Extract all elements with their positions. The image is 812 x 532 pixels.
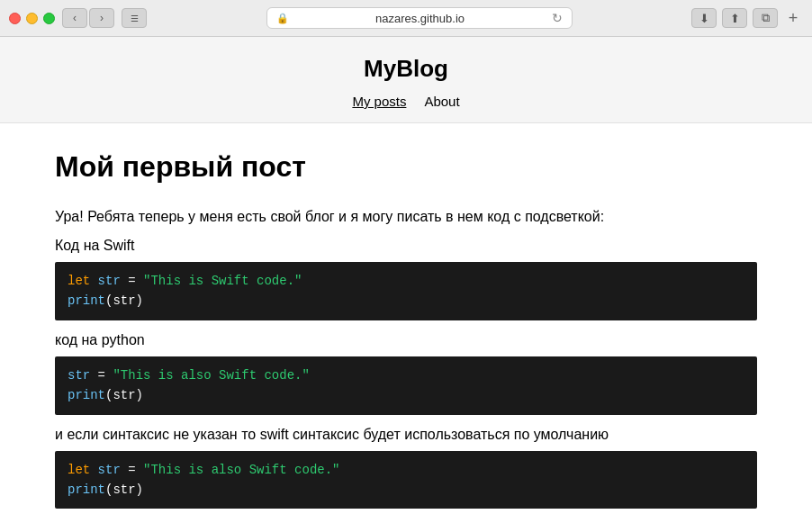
traffic-lights	[9, 13, 55, 24]
code-line-3: str = "This is also Swift code."	[68, 365, 744, 385]
window-button[interactable]: ⧉	[753, 8, 778, 28]
forward-button[interactable]: ›	[89, 8, 114, 28]
code-line-1: let str = "This is Swift code."	[68, 271, 744, 291]
section-label-default: и если синтаксис не указан то swift синт…	[55, 424, 757, 446]
toolbar-right: ⬇ ⬆ ⧉ +	[691, 8, 803, 28]
site-header: MyBlog My posts About	[0, 37, 812, 123]
code-block-python: str = "This is also Swift code." print(s…	[55, 356, 757, 415]
string-val-2: "This is also Swift code."	[113, 368, 309, 383]
share-icon: ⬆	[730, 12, 740, 25]
func-print-2: print	[68, 388, 105, 402]
nav-link-about[interactable]: About	[424, 94, 459, 109]
post-intro: Ура! Ребята теперь у меня есть свой блог…	[55, 206, 757, 228]
nav-link-my-posts[interactable]: My posts	[352, 94, 406, 109]
window-icon: ⧉	[762, 11, 770, 25]
add-tab-button[interactable]: +	[783, 8, 803, 28]
code-block-swift: let str = "This is Swift code." print(st…	[55, 262, 757, 320]
browser-titlebar: ‹ › ☰ 🔒 nazares.github.io ↻ ⬇ ⬆	[0, 0, 812, 36]
url-text: nazares.github.io	[294, 12, 546, 25]
reader-view-button[interactable]: ☰	[122, 8, 147, 28]
nav-buttons: ‹ ›	[62, 8, 114, 28]
keyword-let: let	[68, 274, 98, 288]
code-block-default: let str = "This is also Swift code." pri…	[55, 451, 757, 509]
download-button[interactable]: ⬇	[691, 8, 717, 28]
site-nav: My posts About	[0, 94, 812, 109]
var-str-3: str	[98, 463, 121, 477]
string-val-3: "This is also Swift code."	[143, 463, 339, 477]
minimize-button[interactable]	[26, 13, 38, 24]
section-label-python: код на python	[55, 329, 757, 351]
back-button[interactable]: ‹	[62, 8, 87, 28]
code-line-4: print(str)	[68, 385, 744, 405]
keyword-let-2: let	[68, 463, 98, 477]
close-button[interactable]	[9, 13, 21, 24]
code-line-6: print(str)	[68, 480, 744, 500]
share-button[interactable]: ⬆	[722, 8, 747, 28]
maximize-button[interactable]	[43, 13, 55, 24]
main-content: Мой первый пост Ура! Ребята теперь у мен…	[19, 123, 793, 532]
code-line-5: let str = "This is also Swift code."	[68, 460, 744, 480]
code-line-2: print(str)	[68, 291, 744, 311]
post-title: Мой первый пост	[55, 150, 757, 184]
forward-icon: ›	[100, 12, 104, 24]
lock-icon: 🔒	[276, 13, 289, 24]
reader-icon: ☰	[131, 14, 139, 23]
var-str: str	[98, 274, 121, 288]
string-val: "This is Swift code."	[143, 274, 302, 288]
download-icon: ⬇	[699, 12, 709, 25]
post-body: Ура! Ребята теперь у меня есть свой блог…	[55, 206, 757, 509]
section-label-swift: Код на Swift	[55, 235, 757, 257]
add-tab-icon: +	[789, 9, 798, 28]
address-bar-container: 🔒 nazares.github.io ↻	[154, 7, 684, 29]
site-title: MyBlog	[0, 55, 812, 83]
var-str-2: str	[68, 368, 90, 383]
browser-chrome: ‹ › ☰ 🔒 nazares.github.io ↻ ⬇ ⬆	[0, 0, 812, 37]
reload-button[interactable]: ↻	[552, 11, 563, 25]
address-bar[interactable]: 🔒 nazares.github.io ↻	[266, 7, 573, 29]
back-icon: ‹	[73, 12, 77, 24]
website-content: MyBlog My posts About Мой первый пост Ур…	[0, 37, 812, 532]
func-print-3: print	[68, 482, 105, 497]
func-print: print	[68, 293, 105, 308]
